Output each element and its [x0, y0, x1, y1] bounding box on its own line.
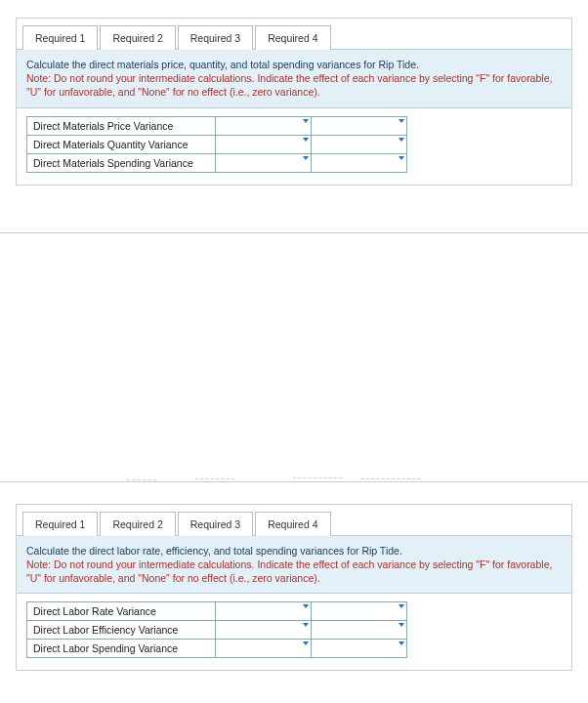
effect-input[interactable] [312, 116, 407, 135]
variance-table-1: Direct Materials Price Variance Direct M… [26, 116, 407, 173]
table-row: Direct Materials Quantity Variance [27, 135, 407, 153]
tab-required-1[interactable]: Required 1 [22, 512, 98, 536]
tabs-2: Required 1 Required 2 Required 3 Require… [17, 505, 571, 535]
tab-required-2[interactable]: Required 2 [100, 25, 175, 50]
tab-required-4[interactable]: Required 4 [255, 512, 330, 536]
value-input[interactable] [216, 153, 312, 172]
effect-input[interactable] [312, 602, 407, 621]
table-row: Direct Labor Rate Variance [27, 602, 407, 621]
table-row: Direct Materials Price Variance [27, 116, 407, 135]
instruction-note-1: Note: Do not round your intermediate cal… [26, 72, 552, 98]
effect-input[interactable] [312, 135, 407, 153]
page-gap [0, 193, 588, 486]
instruction-main-1: Calculate the direct materials price, qu… [26, 59, 419, 70]
row-label: Direct Labor Spending Variance [27, 640, 216, 658]
effect-input[interactable] [312, 153, 407, 172]
tab-required-2[interactable]: Required 2 [100, 512, 175, 536]
instructions-2: Calculate the direct labor rate, efficie… [17, 535, 571, 595]
value-input[interactable] [216, 621, 312, 640]
table-row: Direct Materials Spending Variance [27, 153, 407, 172]
tab-required-3[interactable]: Required 3 [178, 25, 253, 50]
value-input[interactable] [216, 135, 312, 153]
table-row: Direct Labor Efficiency Variance [27, 621, 407, 640]
instructions-1: Calculate the direct materials price, qu… [17, 49, 571, 108]
tab-required-4[interactable]: Required 4 [255, 25, 330, 50]
tab-required-3[interactable]: Required 3 [178, 512, 253, 536]
instruction-main-2: Calculate the direct labor rate, efficie… [26, 545, 402, 557]
value-input[interactable] [216, 640, 312, 658]
effect-input[interactable] [312, 621, 407, 640]
value-input[interactable] [216, 602, 312, 621]
variance-table-2: Direct Labor Rate Variance Direct Labor … [26, 601, 407, 658]
tab-required-1[interactable]: Required 1 [22, 25, 98, 50]
table-row: Direct Labor Spending Variance [27, 640, 407, 658]
tabs-1: Required 1 Required 2 Required 3 Require… [17, 19, 571, 49]
row-label: Direct Materials Price Variance [27, 116, 216, 135]
row-label: Direct Materials Quantity Variance [27, 135, 216, 153]
row-label: Direct Materials Spending Variance [27, 153, 216, 172]
effect-input[interactable] [312, 640, 407, 658]
question-block-1: Required 1 Required 2 Required 3 Require… [16, 18, 572, 186]
instruction-note-2: Note: Do not round your intermediate cal… [26, 558, 552, 584]
row-label: Direct Labor Rate Variance [27, 602, 216, 621]
question-block-2: Required 1 Required 2 Required 3 Require… [16, 504, 572, 672]
row-label: Direct Labor Efficiency Variance [27, 621, 216, 640]
value-input[interactable] [216, 116, 312, 135]
